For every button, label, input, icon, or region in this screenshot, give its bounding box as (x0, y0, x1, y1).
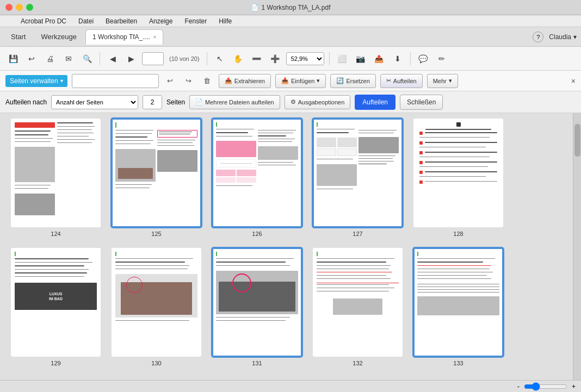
page-thumb-133: 133 (413, 248, 503, 366)
page-image-127[interactable] (313, 119, 403, 227)
zoom-in-bottom[interactable]: + (572, 383, 576, 390)
crop-button[interactable]: ⬜ (335, 51, 350, 66)
title-bar: 📄 1 Workshop TfA_LA.pdf (0, 0, 581, 15)
split-count-input[interactable] (143, 95, 162, 109)
page-image-124[interactable] (11, 119, 101, 227)
prev-page-button[interactable]: ◀ (105, 51, 120, 66)
minimize-window-button[interactable] (16, 4, 23, 11)
close-window-button[interactable] (5, 4, 13, 11)
manage-pages-dropdown[interactable]: Seiten verwalten ▾ (5, 75, 67, 87)
zoom-in-button[interactable]: ➕ (268, 51, 283, 66)
tab-bar: Start Werkzeuge 1 Workshop TfA_.... × ? … (0, 27, 581, 47)
apple-menu[interactable] (4, 20, 9, 22)
page-number-label-132: 132 (353, 360, 362, 366)
menu-hilfe[interactable]: Hilfe (217, 16, 234, 26)
pen-button[interactable]: ✏ (434, 51, 449, 66)
aufteilen-execute-button[interactable]: Aufteilen (355, 95, 395, 110)
mail-button[interactable]: ✉ (61, 51, 76, 66)
menu-bar: Acrobat Pro DC Datei Bearbeiten Anzeige … (0, 15, 581, 27)
user-menu[interactable]: Claudia ▾ (549, 33, 577, 41)
menu-anzeige[interactable]: Anzeige (147, 16, 175, 26)
page-thumb-130: 130 (112, 248, 201, 366)
zoom-out-button[interactable]: ➖ (249, 51, 264, 66)
page-image-132[interactable] (313, 248, 403, 357)
page-image-133[interactable] (413, 248, 503, 357)
zoom-out-bottom[interactable]: - (517, 383, 520, 390)
hand-tool[interactable]: ✋ (231, 51, 246, 66)
extrahieren-button[interactable]: 📤 Extrahieren (219, 74, 271, 88)
help-button[interactable]: ? (533, 32, 543, 42)
page-number-label-125: 125 (151, 231, 161, 237)
zoom-select[interactable]: 52,9% (286, 52, 324, 65)
page-number-label-127: 127 (353, 231, 362, 237)
page-number-label-126: 126 (252, 231, 262, 237)
tab-werkzeuge[interactable]: Werkzeuge (34, 29, 83, 44)
next-page-button[interactable]: ▶ (123, 51, 139, 66)
tab-start[interactable]: Start (4, 29, 32, 44)
tab-right-area: ? Claudia ▾ (533, 32, 577, 42)
comment-button[interactable]: 💬 (416, 51, 431, 66)
page-number-label-133: 133 (453, 360, 463, 366)
page-image-126[interactable] (212, 119, 302, 227)
menu-fenster[interactable]: Fenster (182, 16, 209, 26)
back-button[interactable]: ↩ (24, 51, 39, 66)
download-button[interactable]: ⬇ (390, 51, 405, 66)
page-image-130[interactable] (112, 248, 201, 357)
pages-row-1: 124 (11, 119, 562, 237)
page-thumb-125: 125 (112, 119, 201, 237)
einfuegen-button[interactable]: 📥 Einfügen ▾ (275, 74, 326, 88)
page-number-label-131: 131 (252, 360, 262, 366)
page-thumb-128: 128 (413, 119, 503, 237)
doc-icon: 📄 (251, 4, 259, 11)
scrollbar[interactable] (573, 113, 581, 380)
scan-button[interactable]: 📷 (353, 51, 368, 66)
menu-bearbeiten[interactable]: Bearbeiten (103, 16, 139, 26)
print-button[interactable]: 🖨 (42, 51, 58, 66)
separator (100, 52, 100, 65)
split-toolbar: Aufteilen nach Anzahl der Seiten Seiten … (0, 91, 581, 113)
page-image-131[interactable] (212, 248, 302, 357)
close-manage-button[interactable]: × (571, 77, 576, 85)
tab-active-document[interactable]: 1 Workshop TfA_.... × (85, 29, 163, 45)
export-button[interactable]: 📤 (372, 51, 387, 66)
undo-button[interactable]: ↩ (163, 74, 177, 88)
pages-range-input[interactable]: 125-127,131,133 (72, 74, 159, 88)
select-tool[interactable]: ↖ (212, 51, 227, 66)
separator4 (410, 52, 411, 65)
page-image-129[interactable]: LUXUSIM BAD (11, 248, 101, 357)
menu-acrobat[interactable]: Acrobat Pro DC (18, 16, 69, 26)
window-title: 1 Workshop TfA_LA.pdf (262, 4, 331, 11)
redo-button[interactable]: ↪ (182, 74, 196, 88)
delete-button[interactable]: 🗑 (200, 74, 214, 88)
mehrere-dateien-button[interactable]: 📄 Mehrere Dateien aufteilen (189, 95, 280, 109)
aufteilen-nach-label: Aufteilen nach (5, 98, 47, 106)
page-number-label-128: 128 (453, 231, 463, 237)
menu-datei[interactable]: Datei (76, 16, 96, 26)
separator2 (207, 52, 207, 65)
window-controls[interactable] (5, 4, 33, 11)
tab-close-button[interactable]: × (153, 34, 157, 40)
search-button[interactable]: 🔍 (79, 51, 95, 66)
ausgabeoptionen-button[interactable]: ⚙ Ausgabeoptionen (285, 95, 351, 109)
mehr-button[interactable]: Mehr ▾ (427, 74, 458, 88)
aufteilen-button[interactable]: ✂ Aufteilen (380, 74, 423, 88)
ersetzen-button[interactable]: 🔄 Ersetzen (330, 74, 375, 88)
save-button[interactable]: 💾 (5, 51, 21, 66)
separator3 (329, 52, 330, 65)
pages-row-2: LUXUSIM BAD 129 (11, 248, 562, 366)
split-mode-select[interactable]: Anzahl der Seiten (51, 95, 138, 109)
page-thumb-129: LUXUSIM BAD 129 (11, 248, 101, 366)
page-number-input[interactable]: 133 (142, 52, 164, 65)
einfuegen-dropdown-icon: ▾ (317, 77, 320, 84)
page-thumb-131: 131 (212, 248, 302, 366)
page-image-125[interactable] (112, 119, 201, 227)
schliessen-button[interactable]: Schließen (400, 95, 443, 110)
bottom-bar: - + (0, 380, 581, 392)
page-image-128[interactable] (413, 119, 503, 227)
page-count: (10 von 20) (167, 55, 202, 62)
pages-content-area: 124 (0, 113, 573, 380)
mehr-dropdown-icon: ▾ (449, 77, 452, 84)
maximize-window-button[interactable] (26, 4, 33, 11)
zoom-slider[interactable] (524, 382, 567, 391)
scrollbar-thumb[interactable] (574, 124, 580, 157)
